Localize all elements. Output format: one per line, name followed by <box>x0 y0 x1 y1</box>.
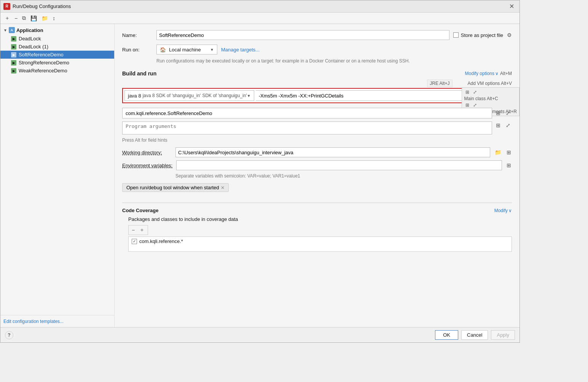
store-label: Store as project file <box>461 32 503 38</box>
item-icon-deadlock1: ▶ <box>11 44 16 50</box>
open-tool-window-btn[interactable]: Open run/debug tool window when started … <box>122 183 229 192</box>
main-class-hint: Main class Alt+C <box>464 96 517 101</box>
run-on-value: Local machine <box>169 47 201 53</box>
expand-btn2[interactable]: ⊞ <box>464 102 470 108</box>
build-run-title: Build and run <box>122 70 156 77</box>
close-button[interactable]: ✕ <box>507 2 516 11</box>
action-buttons: OK Cancel Apply <box>435 330 515 340</box>
java-version-label: java 8 <box>128 93 141 99</box>
run-on-dropdown[interactable]: 🏠 Local machine ▼ <box>156 45 217 54</box>
env-vars-expand-btn[interactable]: ⊞ <box>506 161 512 169</box>
sdk-dropdown[interactable]: java 8 java 8 SDK of 'shanguigu_in' SDK … <box>124 90 254 101</box>
title-bar-left: R Run/Debug Configurations <box>3 3 71 10</box>
gear-icon[interactable]: ⚙ <box>507 32 512 38</box>
sidebar-item-label: StrongReferenceDemo <box>19 60 69 66</box>
modify-link[interactable]: Modify ∨ <box>494 208 512 213</box>
modify-options-label: Modify options <box>465 71 494 76</box>
cancel-button[interactable]: Cancel <box>461 330 488 340</box>
folder-browse-btn[interactable]: 📁 <box>494 149 502 156</box>
run-on-row: Run on: 🏠 Local machine ▼ Manage targets… <box>122 45 512 54</box>
sidebar-item-label: SoftReferenceDemo <box>19 52 64 58</box>
store-as-project-row: Store as project file ⚙ <box>453 32 512 38</box>
env-vars-input[interactable] <box>176 160 502 170</box>
add-vm-options-label: Add VM options Alt+V <box>468 81 512 86</box>
name-label: Name: <box>122 32 153 38</box>
sidebar-item-strongrefdemo[interactable]: ▶ StrongReferenceDemo <box>0 59 114 67</box>
main-class-expand-btn[interactable]: ⊞ <box>494 109 502 117</box>
sdk-arrow-icon: ▼ <box>247 94 251 98</box>
working-dir-expand-btn[interactable]: ⊞ <box>506 149 512 156</box>
remove-button[interactable]: − <box>13 14 19 22</box>
tag-close-icon[interactable]: ✕ <box>221 185 225 190</box>
sidebar-item-weakrefdemo[interactable]: ▶ WeakReferenceDemo <box>0 67 114 75</box>
packages-label: Packages and classes to include in cover… <box>128 216 512 222</box>
right-panel: Name: Store as project file ⚙ Run on: 🏠 … <box>115 24 519 327</box>
prog-args-expand-btn[interactable]: ⊞ <box>494 121 502 129</box>
main-class-fullscreen-btn[interactable]: ⤢ <box>504 109 512 117</box>
ok-button[interactable]: OK <box>435 330 458 340</box>
build-run-box: java 8 java 8 SDK of 'shanguigu_in' SDK … <box>122 88 512 103</box>
bottom-bar: ? OK Cancel Apply <box>0 327 519 342</box>
sidebar-item-deadlock[interactable]: ▶ DeadLock <box>0 35 114 43</box>
store-checkbox[interactable] <box>453 32 459 38</box>
home-icon: 🏠 <box>160 47 166 53</box>
jre-hint: JRE Alt+J <box>427 80 452 87</box>
apply-button[interactable]: Apply <box>491 330 515 340</box>
sidebar-item-label: DeadLock (1) <box>19 44 48 50</box>
folder-button[interactable]: 📁 <box>40 14 50 22</box>
item-icon-weakrefdemo: ▶ <box>11 68 16 74</box>
build-run-header: Build and run Modify options ∨ Alt+M <box>122 70 512 77</box>
sidebar-footer: Edit configuration templates... <box>0 315 114 327</box>
modify-options-link[interactable]: Modify options ∨ <box>465 71 499 76</box>
code-coverage-section: Code Coverage Modify ∨ <box>122 208 512 213</box>
env-vars-label: Environment variables: <box>122 163 172 168</box>
working-dir-row: Working directory: 📁 ⊞ <box>122 147 512 157</box>
prog-args-textarea[interactable] <box>122 121 492 134</box>
env-vars-row: Environment variables: ⊞ <box>122 160 512 170</box>
prog-args-fullscreen-btn[interactable]: ⤢ <box>504 121 512 129</box>
add-vm-options-hint: Add VM options Alt+V <box>468 81 512 86</box>
item-icon-strongrefdemo: ▶ <box>11 60 16 66</box>
window-title: Run/Debug Configurations <box>13 3 71 9</box>
code-coverage-title: Code Coverage <box>122 208 158 213</box>
tree-group-label: Application <box>16 27 43 33</box>
manage-targets-link[interactable]: Manage targets... <box>221 47 260 53</box>
sidebar-item-softrefdemo[interactable]: ▶ SoftReferenceDemo <box>0 51 114 59</box>
help-button[interactable]: ? <box>5 331 13 339</box>
name-input[interactable] <box>156 30 449 40</box>
copy-button[interactable]: ⧉ <box>20 14 28 22</box>
main-class-input[interactable] <box>122 108 492 118</box>
add-button[interactable]: ＋ <box>3 14 12 23</box>
sdk-name: SDK of 'shanguigu_in' <box>202 93 247 98</box>
coverage-checkbox[interactable]: ✓ <box>132 239 137 244</box>
modify-options-row: Modify options ∨ Alt+M <box>465 71 512 76</box>
build-run-container: JRE Alt+J Add VM options Alt+V java 8 ja… <box>122 80 512 103</box>
run-description: Run configurations may be executed local… <box>156 58 512 64</box>
app-icon: R <box>3 3 10 10</box>
working-dir-input[interactable] <box>175 147 490 157</box>
item-icon-deadlock: ▶ <box>11 36 16 42</box>
copy-btn[interactable]: ⤢ <box>472 89 478 95</box>
sidebar-item-deadlock1[interactable]: ▶ DeadLock (1) <box>0 43 114 51</box>
remove-coverage-btn[interactable]: − <box>130 227 136 233</box>
copy-btn2[interactable]: ⤢ <box>472 102 478 108</box>
open-tool-window-tag: Open run/debug tool window when started … <box>122 183 512 198</box>
sort-button[interactable]: ↕ <box>51 14 57 22</box>
divider <box>122 203 512 203</box>
expand-copy-btns2: ⊞ ⤢ <box>464 102 517 108</box>
expand-btn[interactable]: ⊞ <box>464 89 470 95</box>
toolbar: ＋ − ⧉ 💾 📁 ↕ <box>0 13 519 24</box>
sidebar-item-label: DeadLock <box>19 36 41 42</box>
prog-args-row: ⊞ ⤢ <box>122 121 512 134</box>
save-button[interactable]: 💾 <box>29 14 39 22</box>
add-coverage-btn[interactable]: ＋ <box>138 226 146 234</box>
sdk-label: java 8 SDK of 'shanguigu_in' <box>143 93 201 98</box>
sidebar-tree: ▼ A Application ▶ DeadLock ▶ DeadLock (1… <box>0 24 114 315</box>
expand-copy-btns: ⊞ ⤢ <box>464 89 517 95</box>
tree-group-header[interactable]: ▼ A Application <box>0 26 114 35</box>
application-icon: A <box>9 27 15 33</box>
name-row: Name: Store as project file ⚙ <box>122 30 512 40</box>
modify-label: Modify <box>494 208 508 213</box>
tree-group-application: ▼ A Application ▶ DeadLock ▶ DeadLock (1… <box>0 26 114 75</box>
edit-templates-link[interactable]: Edit configuration templates... <box>3 319 64 324</box>
